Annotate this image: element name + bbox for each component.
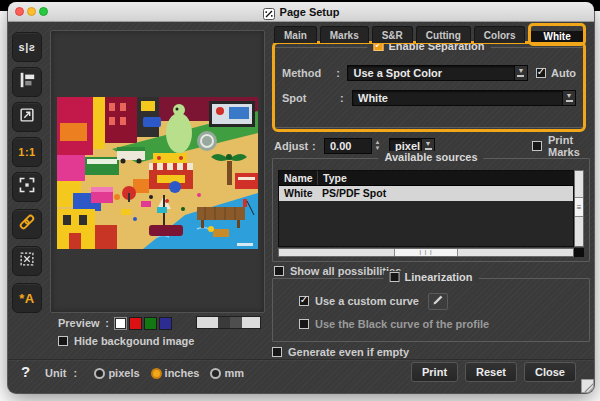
auto-label: Auto — [551, 67, 576, 79]
auto-checkbox[interactable]: ✓ — [536, 68, 546, 78]
method-dropdown-button[interactable]: ▼ — [514, 66, 527, 80]
mirror-icon: s|ƨ — [19, 41, 36, 53]
mm-radio[interactable] — [210, 368, 221, 379]
settings-tabs: Main Marks S&R Cutting Colors White — [274, 24, 586, 43]
strip-segment — [242, 317, 260, 328]
unit-selector: Unit : pixels inches mm — [45, 365, 246, 381]
pixels-label: pixels — [108, 367, 139, 379]
auto-group: ✓ Auto — [536, 67, 576, 79]
preview-controls: Preview : — [58, 316, 172, 330]
swatch-blue[interactable] — [159, 317, 172, 330]
sources-table-header: Name Type — [279, 171, 573, 186]
generate-empty-checkbox[interactable] — [272, 347, 282, 357]
dropdown-bar — [566, 100, 573, 102]
method-select-value: Use a Spot Color — [348, 67, 514, 79]
show-all-checkbox[interactable] — [274, 266, 284, 276]
channel-swatches — [114, 317, 172, 330]
link-tool-button[interactable] — [12, 209, 42, 239]
fit-to-page-button[interactable] — [12, 172, 42, 202]
chevron-down-icon: ▼ — [566, 93, 573, 99]
align-left-icon — [18, 71, 36, 93]
strip-segment — [197, 317, 218, 328]
alignment-tool-button[interactable] — [12, 67, 42, 97]
mm-label: mm — [224, 367, 244, 379]
tab-white[interactable]: White — [531, 31, 582, 42]
tab-main[interactable]: Main — [274, 26, 317, 43]
link-icon — [17, 212, 37, 236]
vertical-scrollbar[interactable]: ≡ — [574, 170, 584, 247]
linearization-label: Linearization — [405, 271, 473, 283]
hide-background-label: Hide backgound image — [74, 335, 194, 347]
print-marks-checkbox[interactable] — [532, 141, 542, 151]
swatch-white[interactable] — [114, 317, 127, 330]
unit-option-inches[interactable]: inches — [151, 367, 202, 379]
load-image-button[interactable] — [12, 102, 42, 132]
table-row[interactable]: White PS/PDF Spot — [279, 186, 573, 201]
column-header-type[interactable]: Type — [317, 171, 573, 185]
selection-tool-button[interactable] — [12, 246, 42, 276]
method-row: Method : Use a Spot Color ▼ ✓ Auto — [282, 64, 576, 81]
custom-curve-label: Use a custom curve — [315, 295, 419, 307]
horizontal-scrollbar[interactable]: | | | — [278, 248, 574, 257]
titlebar[interactable]: Page Setup — [8, 2, 594, 22]
unit-option-mm[interactable]: mm — [210, 367, 246, 379]
adjust-unit-value: pixel — [390, 140, 421, 152]
adjust-input[interactable] — [324, 138, 372, 154]
source-type-cell: PS/PDF Spot — [317, 186, 573, 201]
annotation-tool-button[interactable]: *A — [12, 283, 42, 313]
swatch-green[interactable] — [144, 317, 157, 330]
reset-button[interactable]: Reset — [465, 362, 517, 382]
export-box-icon — [18, 106, 36, 128]
sources-table: Name Type White PS/PDF Spot — [278, 170, 574, 247]
custom-curve-checkbox[interactable]: ✓ — [299, 296, 309, 306]
swatch-red[interactable] — [129, 317, 142, 330]
tab-cutting[interactable]: Cutting — [416, 26, 471, 43]
tab-marks[interactable]: Marks — [320, 26, 369, 43]
method-colon: : — [336, 67, 347, 79]
preview-colon: : — [100, 317, 114, 329]
zoom-100-button[interactable]: 1:1 — [12, 137, 42, 167]
window-title: Page Setup — [280, 6, 340, 18]
generate-empty-row: Generate even if empty — [272, 346, 409, 358]
print-marks-label: Print Marks — [548, 134, 586, 158]
vertical-scrollbar-handle[interactable]: ≡ — [575, 197, 583, 217]
action-buttons: Print Reset Close — [411, 362, 576, 382]
dropdown-bar — [517, 75, 524, 77]
pencil-icon — [432, 292, 444, 310]
inches-radio[interactable] — [151, 368, 162, 379]
pixels-radio[interactable] — [94, 368, 105, 379]
hide-background-checkbox[interactable] — [58, 336, 68, 346]
inches-label: inches — [165, 367, 200, 379]
one-to-one-icon: 1:1 — [18, 146, 35, 158]
preview-image[interactable] — [57, 97, 258, 249]
mirror-tool-button[interactable]: s|ƨ — [12, 32, 42, 62]
method-select[interactable]: Use a Spot Color ▼ — [347, 65, 528, 81]
tab-sr[interactable]: S&R — [372, 26, 413, 43]
text-annotation-icon: *A — [19, 291, 34, 306]
linearization-checkbox[interactable] — [390, 272, 400, 282]
adjust-label: Adjust — [274, 140, 312, 152]
selection-box-icon — [18, 250, 36, 272]
hide-background-row: Hide backgound image — [58, 335, 194, 347]
black-curve-checkbox[interactable] — [299, 319, 309, 329]
close-button[interactable]: Close — [524, 362, 576, 382]
tab-colors[interactable]: Colors — [474, 26, 526, 43]
fit-corners-icon — [18, 176, 36, 198]
dropdown-bar — [425, 148, 432, 150]
footer-divider — [8, 359, 594, 360]
resize-grip[interactable] — [581, 379, 594, 393]
column-header-name[interactable]: Name — [279, 171, 317, 185]
strip-segment — [230, 317, 242, 328]
print-button[interactable]: Print — [411, 362, 458, 382]
spot-label: Spot — [282, 92, 340, 104]
horizontal-scrollbar-handle[interactable]: | | | — [394, 249, 458, 256]
print-marks-group: Print Marks — [532, 134, 586, 158]
help-button[interactable]: ? — [21, 363, 30, 380]
title-group: Page Setup — [8, 2, 594, 22]
spot-dropdown-button[interactable]: ▼ — [562, 91, 575, 105]
chevron-down-icon: ▼ — [425, 141, 432, 147]
edit-curve-button[interactable] — [428, 293, 448, 310]
unit-option-pixels[interactable]: pixels — [94, 367, 141, 379]
page-setup-window: Page Setup s|ƨ 1:1 *A — [8, 2, 594, 393]
spot-select[interactable]: White ▼ — [352, 90, 576, 106]
